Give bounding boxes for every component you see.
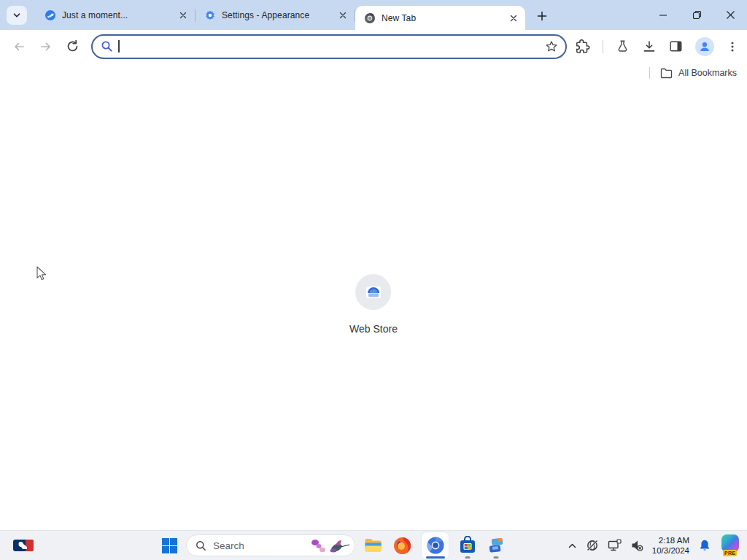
taskbar-clock[interactable]: 2:18 AM 10/3/2024 <box>652 535 689 556</box>
text-caret <box>118 40 120 52</box>
profile-button[interactable] <box>695 37 714 56</box>
chromium-gray-favicon-icon <box>364 12 376 24</box>
display-tray-button[interactable] <box>608 539 622 552</box>
notifications-button[interactable] <box>698 539 711 552</box>
notification-bell-icon <box>698 539 711 552</box>
toolbar-separator <box>603 40 603 53</box>
preview-app-tray-button[interactable]: PRE <box>720 534 740 556</box>
forward-button[interactable] <box>39 39 53 54</box>
tab-close-icon[interactable] <box>177 9 189 22</box>
mlb-logo-icon[interactable] <box>13 540 34 551</box>
mouse-cursor-icon <box>36 266 47 281</box>
search-highlight-bird-image <box>309 535 352 556</box>
all-bookmarks-label: All Bookmarks <box>678 68 737 78</box>
system-tray: 2:18 AM 10/3/2024 PRE <box>568 531 740 560</box>
tab-just-a-moment[interactable]: Just a moment... <box>36 1 195 30</box>
webstore-label: Web Store <box>349 323 398 335</box>
tab-settings-appearance[interactable]: Settings - Appearance <box>196 1 355 30</box>
active-app-indicator <box>426 556 445 559</box>
taskbar-center-apps: Search <box>160 531 507 560</box>
tab-close-icon[interactable] <box>507 12 519 24</box>
microsoft-store-button[interactable] <box>457 531 479 560</box>
address-bar-input[interactable] <box>125 41 541 52</box>
tab-search-button[interactable] <box>7 6 27 25</box>
tab-title: New Tab <box>382 13 501 23</box>
reload-button[interactable] <box>66 39 80 53</box>
restore-icon <box>692 10 702 20</box>
webstore-icon <box>365 284 382 301</box>
tab-new-tab-active[interactable]: New Tab <box>355 6 525 30</box>
window-close-button[interactable] <box>713 0 747 30</box>
chevron-down-icon <box>12 11 21 20</box>
puzzle-icon <box>576 39 590 54</box>
window-minimize-button[interactable] <box>646 0 680 30</box>
arrow-right-icon <box>39 39 53 54</box>
no-internet-tray-button[interactable] <box>586 539 599 552</box>
minimize-icon <box>659 11 667 20</box>
desktop-screen: Just a moment... Settings - Appearance <box>0 0 747 560</box>
firefox-button[interactable] <box>391 531 414 560</box>
address-bar[interactable] <box>91 34 567 59</box>
new-tab-button[interactable] <box>532 6 551 26</box>
tab-title: Just a moment... <box>62 10 171 20</box>
tab-close-icon[interactable] <box>336 9 349 22</box>
microsoft-store-icon <box>458 536 477 555</box>
kebab-menu-icon <box>727 41 738 52</box>
overlapping-windows-app-icon <box>487 536 506 555</box>
search-icon <box>196 540 206 551</box>
window-restore-button[interactable] <box>680 0 713 30</box>
flask-icon <box>616 39 630 53</box>
monitor-icon <box>608 539 622 552</box>
gear-favicon-icon <box>204 9 216 21</box>
browser-tab-strip: Just a moment... Settings - Appearance <box>0 0 747 30</box>
globe-slash-icon <box>586 539 599 552</box>
bookmarks-separator <box>649 67 650 79</box>
downloads-button[interactable] <box>642 39 657 54</box>
speaker-muted-icon <box>630 539 643 552</box>
bookmarks-bar: All Bookmarks <box>0 63 747 83</box>
windows-start-icon <box>161 537 178 554</box>
search-icon <box>101 40 113 52</box>
browser-toolbar <box>0 30 747 63</box>
side-panel-button[interactable] <box>669 39 683 53</box>
arrow-left-icon <box>12 39 26 54</box>
plus-icon <box>537 11 547 21</box>
browser-menu-button[interactable] <box>727 41 738 52</box>
pinned-app-button[interactable] <box>485 531 507 560</box>
active-app-chip <box>422 532 449 559</box>
toolbar-actions <box>576 37 740 56</box>
back-button[interactable] <box>12 39 26 54</box>
all-bookmarks-button[interactable]: All Bookmarks <box>660 68 737 79</box>
open-app-indicator <box>465 556 471 559</box>
file-explorer-button[interactable] <box>362 531 384 560</box>
bookmark-star-button[interactable] <box>545 40 558 53</box>
webstore-icon-circle <box>355 274 391 310</box>
open-app-indicator <box>494 556 499 559</box>
taskbar-search-box[interactable]: Search <box>186 534 355 556</box>
experiments-button[interactable] <box>616 39 630 53</box>
clock-date: 10/3/2024 <box>652 545 689 556</box>
chromium-icon <box>426 536 445 555</box>
download-icon <box>642 39 657 54</box>
extensions-button[interactable] <box>576 39 590 54</box>
search-placeholder: Search <box>213 540 303 551</box>
windows-taskbar: Search <box>0 530 747 560</box>
close-icon <box>726 10 735 20</box>
volume-muted-tray-button[interactable] <box>630 539 643 552</box>
file-explorer-icon <box>363 536 383 556</box>
person-icon <box>699 41 711 52</box>
tab-title: Settings - Appearance <box>222 10 330 20</box>
chromium-browser-button[interactable] <box>420 531 450 560</box>
nav-buttons <box>7 39 80 54</box>
window-controls <box>646 0 747 30</box>
side-panel-icon <box>669 39 683 53</box>
start-button[interactable] <box>160 531 179 560</box>
chevron-up-icon <box>568 541 577 551</box>
firefox-icon <box>392 536 412 556</box>
folder-icon <box>660 68 673 79</box>
webstore-shortcut[interactable]: Web Store <box>349 274 398 335</box>
tray-overflow-button[interactable] <box>568 541 577 551</box>
clock-time: 2:18 AM <box>652 535 689 545</box>
preview-badge: PRE <box>723 550 737 556</box>
new-tab-page: Web Store <box>0 83 747 530</box>
